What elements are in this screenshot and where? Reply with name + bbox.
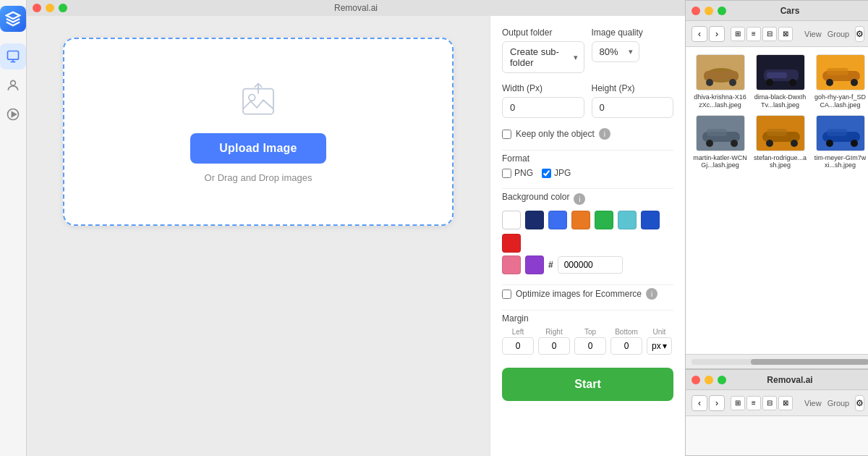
ecommerce-checkbox[interactable] xyxy=(502,290,511,299)
start-button[interactable]: Start xyxy=(502,368,673,401)
file-name-1: dhiva-krishna-X16zXc...lash.jpeg xyxy=(693,93,747,109)
finder-titlebar-top: Cars xyxy=(686,1,868,21)
margin-bottom-label: Bottom xyxy=(615,328,638,336)
margin-top-input[interactable] xyxy=(574,337,606,355)
settings-panel: Output folder Create sub-folder Image qu… xyxy=(490,16,685,456)
upload-panel: Upload Image Or Drag and Drop images xyxy=(27,16,490,456)
margin-top-label: Top xyxy=(584,328,596,336)
swatch-purple[interactable] xyxy=(525,256,544,274)
image-quality-select[interactable]: 80% xyxy=(592,41,639,62)
png-checkbox[interactable] xyxy=(502,169,511,178)
output-folder-select[interactable]: Create sub-folder xyxy=(502,41,584,73)
finder-maximize-bottom[interactable] xyxy=(718,376,726,384)
unit-chevron-icon: ▾ xyxy=(663,341,667,351)
upload-image-button[interactable]: Upload Image xyxy=(190,133,326,164)
output-folder-label: Output folder xyxy=(502,28,584,38)
finder-view-label-top: View xyxy=(804,30,822,38)
file-name-2: dima-black-DwxIhTv...lash.jpeg xyxy=(753,93,807,109)
finder-view-icon4-top[interactable]: ⊠ xyxy=(778,27,793,41)
finder-gear-top[interactable]: ⚙ xyxy=(855,26,864,42)
ecommerce-row: Optimize images for Ecommerce i xyxy=(502,284,673,300)
sidebar-item-play[interactable] xyxy=(0,101,26,127)
swatch-cyan[interactable] xyxy=(618,211,637,229)
svg-rect-25 xyxy=(707,129,727,136)
finder-view-icon4-bottom[interactable]: ⊠ xyxy=(778,396,793,410)
swatch-orange[interactable] xyxy=(571,211,590,229)
keep-object-checkbox[interactable] xyxy=(502,130,511,139)
file-item-1[interactable]: dhiva-krishna-X16zXc...lash.jpeg xyxy=(693,54,747,109)
svg-point-17 xyxy=(789,79,796,86)
finder-back-bottom[interactable]: ‹ xyxy=(692,395,707,411)
finder-bottom-title: Removal.ai xyxy=(767,375,812,385)
margin-label: Margin xyxy=(502,313,673,324)
finder-minimize-bottom[interactable] xyxy=(705,376,713,384)
file-name-5: stefan-rodrigue...ash.jpeg xyxy=(753,154,807,170)
finder-forward-bottom[interactable]: › xyxy=(709,395,725,411)
upload-dropzone[interactable]: Upload Image Or Drag and Drop images xyxy=(63,38,454,226)
svg-rect-35 xyxy=(827,129,847,136)
finder-window-top: Cars ‹ › ⊞ ≡ ⊟ ⊠ View Group ⚙ Action >> xyxy=(685,0,868,369)
jpg-checkbox[interactable] xyxy=(542,169,551,178)
swatch-green[interactable] xyxy=(595,211,613,229)
file-item-6[interactable]: tim-meyer-GIm7wxi...sh.jpeg xyxy=(813,115,867,170)
upload-image-icon xyxy=(238,81,278,124)
swatch-red[interactable] xyxy=(502,234,521,253)
file-thumb-5 xyxy=(756,115,805,151)
close-button[interactable] xyxy=(33,4,41,12)
swatch-pink[interactable] xyxy=(502,256,521,274)
finder-view-icon1-top[interactable]: ⊞ xyxy=(731,27,745,41)
svg-point-11 xyxy=(706,79,713,86)
svg-point-31 xyxy=(766,140,773,147)
maximize-button[interactable] xyxy=(59,4,67,12)
finder-toolbar-top: ‹ › ⊞ ≡ ⊟ ⊠ View Group ⚙ Action >> xyxy=(686,21,868,47)
finder-back-top[interactable]: ‹ xyxy=(692,26,707,42)
finder-minimize-top[interactable] xyxy=(705,7,713,15)
file-item-4[interactable]: martin-katler-WCNGj...lash.jpeg xyxy=(693,115,747,170)
svg-point-7 xyxy=(249,94,255,101)
finder-group-label-bottom: Group xyxy=(827,399,850,408)
minimize-button[interactable] xyxy=(46,4,54,12)
sidebar-item-upload[interactable] xyxy=(0,43,26,69)
margin-right-input[interactable] xyxy=(538,337,570,355)
app-logo[interactable] xyxy=(0,6,26,32)
finder-scrolltrack-top xyxy=(692,359,868,365)
margin-bottom-input[interactable] xyxy=(610,337,642,355)
file-item-5[interactable]: stefan-rodrigue...ash.jpeg xyxy=(753,115,807,170)
finder-scrollthumb-top[interactable] xyxy=(751,359,868,365)
finder-forward-top[interactable]: › xyxy=(709,26,725,42)
file-item-2[interactable]: dima-black-DwxIhTv...lash.jpeg xyxy=(753,54,807,109)
finder-window-bottom: Removal.ai ‹ › ⊞ ≡ ⊟ ⊠ View Group ⚙ Acti… xyxy=(685,369,868,456)
png-option[interactable]: PNG xyxy=(502,168,533,178)
margin-unit-select[interactable]: px ▾ xyxy=(647,337,672,355)
swatch-white[interactable] xyxy=(502,211,521,229)
finder-view-icon1-bottom[interactable]: ⊞ xyxy=(731,396,745,410)
bg-color-info-icon[interactable]: i xyxy=(574,193,585,205)
margin-left-input[interactable] xyxy=(502,337,534,355)
finder-close-top[interactable] xyxy=(692,7,700,15)
margin-bottom-col: Bottom xyxy=(610,328,642,355)
jpg-option[interactable]: JPG xyxy=(542,168,571,178)
finder-maximize-top[interactable] xyxy=(718,7,726,15)
height-input[interactable] xyxy=(592,97,674,118)
margin-unit-label: Unit xyxy=(652,328,665,336)
hex-input[interactable] xyxy=(558,256,623,274)
svg-point-36 xyxy=(826,140,833,147)
finder-view-icon3-top[interactable]: ⊟ xyxy=(762,27,777,41)
swatch-blue[interactable] xyxy=(548,211,567,229)
margin-left-col: Left xyxy=(502,328,534,355)
file-item-3[interactable]: goh-rhy-yan-f_SDCA...lash.jpeg xyxy=(813,54,867,109)
swatch-darkblue[interactable] xyxy=(641,211,660,229)
finder-view-icon2-top[interactable]: ≡ xyxy=(746,27,761,41)
swatch-navy[interactable] xyxy=(525,211,544,229)
finder-view-icon2-bottom[interactable]: ≡ xyxy=(746,396,761,410)
finder-view-icon3-bottom[interactable]: ⊟ xyxy=(762,396,777,410)
finder-close-bottom[interactable] xyxy=(692,376,700,384)
output-quality-row: Output folder Create sub-folder Image qu… xyxy=(502,28,673,73)
ecommerce-info-icon[interactable]: i xyxy=(646,288,658,300)
sidebar-item-users[interactable] xyxy=(0,72,26,98)
width-label: Width (Px) xyxy=(502,83,584,93)
image-quality-value: 80% xyxy=(600,46,618,57)
width-input[interactable] xyxy=(502,97,584,118)
finder-gear-bottom[interactable]: ⚙ xyxy=(855,395,864,411)
keep-object-info-icon[interactable]: i xyxy=(599,128,610,140)
